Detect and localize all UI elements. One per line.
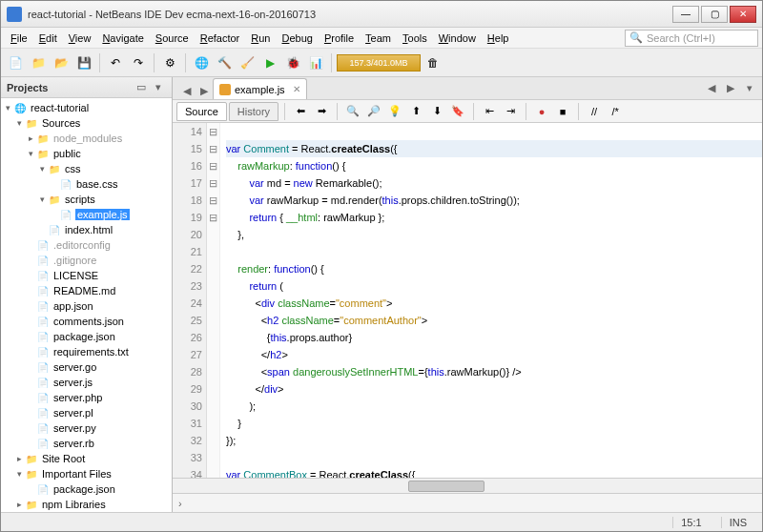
menu-help[interactable]: Help (482, 31, 515, 46)
tree-scripts-folder[interactable]: ▾📁scripts (1, 192, 172, 207)
tree-npm-libs[interactable]: ▸📁npm Libraries (1, 497, 172, 512)
tab-scroll-right[interactable]: ▶ (722, 79, 739, 96)
uncomment-icon[interactable]: /* (606, 102, 625, 121)
tree-editorconfig[interactable]: 📄.editorconfig (1, 237, 172, 253)
redo-button[interactable]: ↷ (128, 52, 149, 73)
menu-tools[interactable]: Tools (397, 31, 433, 46)
profile-button[interactable]: 📊 (305, 52, 326, 73)
menu-debug[interactable]: Debug (276, 31, 318, 46)
scrollbar-thumb[interactable] (408, 481, 485, 492)
editor-breadcrumb[interactable]: › (173, 493, 762, 512)
history-view-tab[interactable]: History (229, 102, 278, 121)
tree-package-json[interactable]: 📄package.json (1, 329, 172, 344)
tree-sources[interactable]: ▾📁Sources (1, 115, 172, 131)
editor-subtoolbar: Source History ⬅ ➡ 🔍 🔎 💡 ⬆ ⬇ 🔖 ⇤ ⇥ ● ■ /… (173, 100, 762, 123)
next-bookmark-icon[interactable]: ⬇ (427, 102, 446, 121)
tree-readme[interactable]: 📄README.md (1, 283, 172, 298)
gc-button[interactable]: 🗑 (423, 52, 443, 73)
fold-gutter[interactable]: ⊟⊟⊟⊟⊟⊟ (207, 123, 220, 478)
tree-example-js[interactable]: 📄example.js (1, 207, 172, 222)
projects-panel-header: Projects ▭ ▾ (1, 77, 172, 98)
clean-build-button[interactable]: 🧹 (237, 52, 258, 73)
tree-server-js[interactable]: 📄server.js (1, 375, 172, 390)
tree-project-root[interactable]: ▾🌐react-tutorial (1, 100, 172, 115)
prev-bookmark-icon[interactable]: ⬆ (406, 102, 425, 121)
tree-site-root[interactable]: ▸📁Site Root (1, 451, 172, 466)
menu-file[interactable]: File (5, 31, 33, 46)
run-button[interactable]: ▶ (259, 52, 280, 73)
tree-package-json-2[interactable]: 📄package.json (1, 481, 172, 497)
tab-list-button[interactable]: ▾ (741, 79, 758, 96)
tree-server-php[interactable]: 📄server.php (1, 390, 172, 405)
tree-gitignore[interactable]: 📄.gitignore (1, 253, 172, 268)
tree-license[interactable]: 📄LICENSE (1, 268, 172, 283)
maximize-button[interactable]: ▢ (701, 6, 728, 23)
build-button[interactable]: 🔨 (214, 52, 235, 73)
tree-css-folder[interactable]: ▾📁css (1, 161, 172, 176)
menu-run[interactable]: Run (245, 31, 276, 46)
search-placeholder: Search (Ctrl+I) (647, 32, 715, 44)
search-input[interactable]: 🔍 Search (Ctrl+I) (625, 30, 758, 47)
tree-server-py[interactable]: 📄server.py (1, 420, 172, 436)
projects-panel-title: Projects (7, 82, 132, 93)
menu-refactor[interactable]: Refactor (195, 31, 246, 46)
minimize-button[interactable]: — (672, 6, 699, 23)
new-file-button[interactable]: 📄 (5, 52, 26, 73)
statusbar: 15:1 INS (1, 512, 762, 531)
toggle-bookmark-icon[interactable]: 🔖 (448, 102, 467, 121)
shift-right-icon[interactable]: ⇥ (501, 102, 520, 121)
code-content[interactable]: var Comment = React.createClass({ rawMar… (220, 123, 762, 478)
comment-icon[interactable]: // (585, 102, 604, 121)
menu-profile[interactable]: Profile (319, 31, 360, 46)
toggle-highlight-icon[interactable]: 💡 (385, 102, 404, 121)
menu-edit[interactable]: Edit (33, 31, 63, 46)
memory-indicator[interactable]: 157.3/401.0MB (337, 54, 421, 72)
tree-server-pl[interactable]: 📄server.pl (1, 405, 172, 420)
horizontal-scrollbar[interactable] (173, 478, 762, 493)
projects-panel: Projects ▭ ▾ ▾🌐react-tutorial ▾📁Sources … (1, 77, 173, 512)
line-number-gutter[interactable]: 1415161718192021222324252627282930313233… (173, 123, 207, 478)
nav-fwd-icon[interactable]: ➡ (312, 102, 331, 121)
chrome-icon[interactable]: 🌐 (191, 52, 212, 73)
panel-minimize-icon[interactable]: ▭ (134, 80, 149, 95)
find-prev-icon[interactable]: 🔎 (364, 102, 383, 121)
tree-server-go[interactable]: 📄server.go (1, 359, 172, 375)
run-config-button[interactable]: ⚙ (159, 52, 180, 73)
project-tree[interactable]: ▾🌐react-tutorial ▾📁Sources ▸📁node_module… (1, 98, 172, 512)
open-button[interactable]: 📂 (51, 52, 72, 73)
close-button[interactable]: ✕ (730, 6, 756, 23)
shift-left-icon[interactable]: ⇤ (480, 102, 499, 121)
stop-macro-icon[interactable]: ■ (553, 102, 572, 121)
new-project-button[interactable]: 📁 (28, 52, 49, 73)
tree-index-html[interactable]: 📄index.html (1, 222, 172, 237)
menu-source[interactable]: Source (150, 31, 195, 46)
menu-window[interactable]: Window (433, 31, 482, 46)
tree-app-json[interactable]: 📄app.json (1, 298, 172, 314)
debug-button[interactable]: 🐞 (282, 52, 303, 73)
undo-button[interactable]: ↶ (105, 52, 126, 73)
editor-tab-example[interactable]: example.js ✕ (213, 78, 307, 99)
tab-nav-back[interactable]: ◀ (178, 82, 196, 99)
window-title: react-tutorial - NetBeans IDE Dev ecma-n… (28, 9, 670, 20)
menu-navigate[interactable]: Navigate (96, 31, 149, 46)
code-editor[interactable]: 1415161718192021222324252627282930313233… (173, 123, 762, 478)
editor-tab-label: example.js (235, 84, 285, 95)
panel-menu-icon[interactable]: ▾ (151, 80, 166, 95)
tree-important-files[interactable]: ▾📁Important Files (1, 466, 172, 481)
tree-public[interactable]: ▾📁public (1, 146, 172, 161)
tree-requirements[interactable]: 📄requirements.txt (1, 344, 172, 359)
save-all-button[interactable]: 💾 (73, 52, 94, 73)
tree-node-modules[interactable]: ▸📁node_modules (1, 131, 172, 146)
source-view-tab[interactable]: Source (176, 102, 227, 121)
menu-view[interactable]: View (63, 31, 97, 46)
tab-nav-fwd[interactable]: ▶ (196, 82, 213, 99)
find-selection-icon[interactable]: 🔍 (343, 102, 362, 121)
start-macro-icon[interactable]: ● (532, 102, 551, 121)
tree-comments-json[interactable]: 📄comments.json (1, 314, 172, 329)
nav-back-icon[interactable]: ⬅ (291, 102, 310, 121)
menu-team[interactable]: Team (360, 31, 397, 46)
tree-server-rb[interactable]: 📄server.rb (1, 436, 172, 451)
tree-base-css[interactable]: 📄base.css (1, 176, 172, 192)
tab-scroll-left[interactable]: ◀ (703, 79, 720, 96)
tab-close-icon[interactable]: ✕ (293, 84, 300, 94)
